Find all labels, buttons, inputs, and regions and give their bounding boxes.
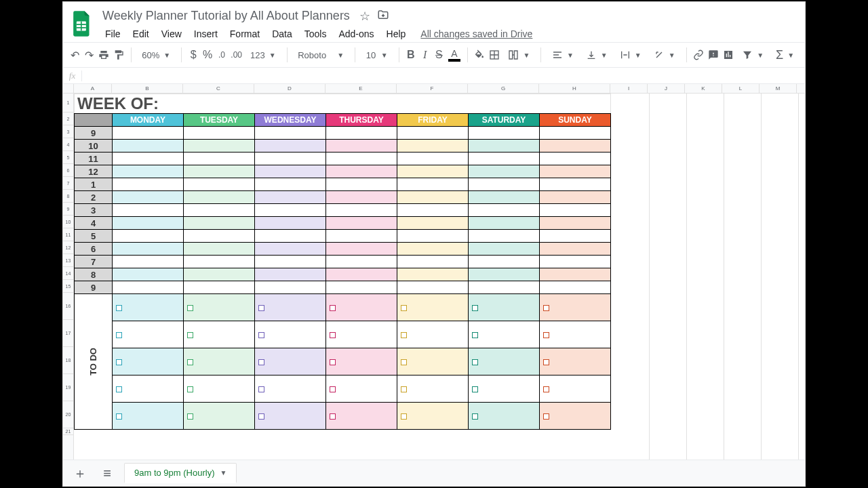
slot-cell[interactable] — [113, 127, 184, 140]
star-icon[interactable]: ☆ — [359, 10, 370, 22]
checkbox-icon[interactable] — [472, 305, 478, 311]
slot-cell[interactable] — [540, 178, 611, 191]
slot-cell[interactable] — [397, 268, 469, 281]
todo-cell[interactable] — [255, 403, 326, 430]
row-header-1[interactable]: 1 — [63, 94, 73, 113]
slot-cell[interactable] — [113, 204, 184, 217]
slot-cell[interactable] — [397, 127, 469, 140]
checkbox-icon[interactable] — [187, 332, 193, 338]
row-header-9[interactable]: 9 — [63, 203, 73, 216]
menu-view[interactable]: View — [156, 26, 187, 42]
todo-cell[interactable] — [540, 321, 611, 348]
slot-cell[interactable] — [113, 268, 184, 281]
todo-cell[interactable] — [184, 375, 255, 403]
todo-cell[interactable] — [397, 294, 469, 321]
zoom-select[interactable]: 60%▼ — [138, 46, 174, 64]
redo-icon[interactable]: ↷ — [84, 46, 94, 64]
todo-cell[interactable] — [113, 348, 184, 375]
slot-cell[interactable] — [469, 204, 540, 217]
todo-cell[interactable] — [469, 403, 540, 430]
slot-cell[interactable] — [397, 281, 469, 294]
slot-cell[interactable] — [113, 217, 184, 230]
slot-cell[interactable] — [184, 281, 255, 294]
move-to-folder-icon[interactable] — [377, 9, 389, 23]
functions-icon[interactable]: Σ▼ — [772, 46, 798, 64]
col-header-D[interactable]: D — [254, 84, 326, 93]
col-header-C[interactable]: C — [183, 84, 254, 93]
save-status[interactable]: All changes saved in Drive — [420, 28, 532, 39]
todo-cell[interactable] — [255, 321, 326, 348]
slot-cell[interactable] — [113, 230, 184, 243]
todo-cell[interactable] — [397, 375, 469, 403]
row-header-17[interactable]: 17 — [63, 320, 73, 347]
col-header-G[interactable]: G — [468, 84, 539, 93]
slot-cell[interactable] — [397, 256, 469, 268]
decrease-decimal-icon[interactable]: .0 — [216, 46, 226, 64]
number-format-select[interactable]: 123▼ — [246, 46, 280, 64]
checkbox-icon[interactable] — [187, 305, 193, 311]
todo-cell[interactable] — [540, 294, 611, 321]
slot-cell[interactable] — [326, 268, 397, 281]
print-icon[interactable] — [98, 46, 109, 64]
slot-cell[interactable] — [397, 191, 469, 204]
checkbox-icon[interactable] — [543, 305, 549, 311]
slot-cell[interactable] — [469, 191, 540, 204]
slot-cell[interactable] — [540, 256, 611, 268]
row-header-20[interactable]: 20 — [63, 401, 73, 428]
undo-icon[interactable]: ↶ — [70, 46, 80, 64]
todo-cell[interactable] — [397, 403, 469, 430]
checkbox-icon[interactable] — [401, 305, 407, 311]
menu-tools[interactable]: Tools — [299, 26, 332, 42]
todo-cell[interactable] — [326, 294, 397, 321]
col-header-L[interactable]: L — [722, 84, 760, 93]
todo-cell[interactable] — [184, 348, 255, 375]
slot-cell[interactable] — [113, 152, 184, 165]
slot-cell[interactable] — [113, 256, 184, 268]
slot-cell[interactable] — [326, 281, 397, 294]
slot-cell[interactable] — [540, 268, 611, 281]
row-header-14[interactable]: 14 — [63, 267, 73, 280]
checkbox-icon[interactable] — [401, 386, 407, 392]
todo-cell[interactable] — [540, 375, 611, 403]
slot-cell[interactable] — [255, 140, 326, 152]
text-rotation-icon[interactable]: ▼ — [650, 46, 679, 64]
checkbox-icon[interactable] — [258, 386, 264, 392]
slot-cell[interactable] — [326, 140, 397, 152]
planner-table[interactable]: WEEK OF:MONDAYTUESDAYWEDNESDAYTHURSDAYFR… — [74, 94, 611, 430]
slot-cell[interactable] — [184, 217, 255, 230]
col-header-J[interactable]: J — [648, 84, 685, 93]
todo-cell[interactable] — [540, 403, 611, 430]
merge-cells-icon[interactable]: ▼ — [504, 46, 534, 64]
checkbox-icon[interactable] — [543, 386, 549, 392]
slot-cell[interactable] — [255, 268, 326, 281]
checkbox-icon[interactable] — [258, 413, 264, 420]
slot-cell[interactable] — [397, 243, 469, 256]
horizontal-align-icon[interactable]: ▼ — [548, 46, 578, 64]
slot-cell[interactable] — [469, 268, 540, 281]
slot-cell[interactable] — [184, 152, 255, 165]
col-header-I[interactable]: I — [610, 84, 648, 93]
menu-file[interactable]: File — [100, 26, 126, 42]
checkbox-icon[interactable] — [401, 413, 407, 420]
borders-icon[interactable] — [489, 46, 500, 64]
slot-cell[interactable] — [184, 230, 255, 243]
percent-icon[interactable]: % — [203, 46, 213, 64]
todo-cell[interactable] — [469, 348, 540, 375]
checkbox-icon[interactable] — [187, 386, 193, 392]
slot-cell[interactable] — [326, 217, 397, 230]
bold-icon[interactable]: B — [406, 46, 416, 64]
slot-cell[interactable] — [397, 165, 469, 178]
checkbox-icon[interactable] — [543, 332, 549, 338]
col-header-K[interactable]: K — [685, 84, 722, 93]
row-header-21[interactable]: 21 — [63, 428, 73, 435]
all-sheets-icon[interactable]: ≡ — [97, 463, 117, 483]
slot-cell[interactable] — [397, 204, 469, 217]
todo-cell[interactable] — [326, 403, 397, 430]
checkbox-icon[interactable] — [330, 305, 336, 311]
slot-cell[interactable] — [326, 256, 397, 268]
checkbox-icon[interactable] — [187, 413, 193, 420]
checkbox-icon[interactable] — [258, 305, 264, 311]
slot-cell[interactable] — [184, 256, 255, 268]
todo-cell[interactable] — [326, 348, 397, 375]
slot-cell[interactable] — [469, 230, 540, 243]
